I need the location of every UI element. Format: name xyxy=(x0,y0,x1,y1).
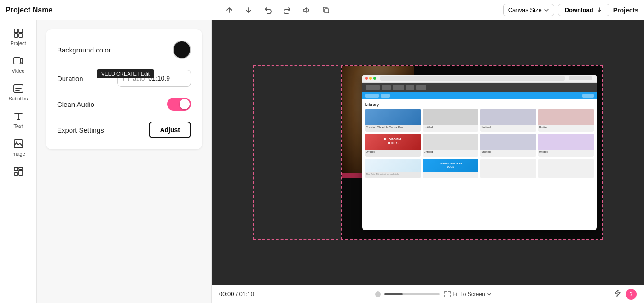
volume-button[interactable] xyxy=(300,4,313,16)
media-card-8: Untitled xyxy=(538,134,594,157)
subtitles-icon xyxy=(13,83,24,94)
media-card-9: The Only Thing that immediately... xyxy=(365,159,421,178)
panel-card: Background color Duration auto 01:10.9 C… xyxy=(46,29,202,149)
browser-toolbar xyxy=(362,92,597,99)
background-color-picker[interactable] xyxy=(173,41,191,59)
media-card-7: Untitled xyxy=(480,134,536,157)
svg-rect-0 xyxy=(325,9,329,13)
sidebar-item-more[interactable] xyxy=(3,162,34,182)
browser-titlebar xyxy=(362,75,597,83)
copy-button[interactable] xyxy=(319,4,333,16)
clean-audio-toggle[interactable] xyxy=(167,98,191,111)
video-frame[interactable]: Alvern Bullard xyxy=(341,65,603,240)
media-card-6: Untitled xyxy=(423,134,478,157)
card-thumb-9 xyxy=(365,159,421,172)
url-bar xyxy=(380,76,565,81)
lightning-button[interactable] xyxy=(613,289,622,300)
expand-dot xyxy=(373,77,376,80)
media-card-3: Untitled xyxy=(480,109,536,132)
browser-window: Library Creating Clickable Canva Pins...… xyxy=(362,75,597,230)
sidebar-item-project[interactable]: Project xyxy=(3,24,34,50)
media-card-10: TRANSCRIPTIONJOBS xyxy=(423,159,478,178)
video-icon xyxy=(13,55,24,66)
canvas-size-label: Canvas Size xyxy=(508,6,542,13)
sidebar-item-subtitles[interactable]: Subtitles xyxy=(3,79,34,105)
library-heading: Library xyxy=(365,102,594,107)
toggle-knob xyxy=(180,99,190,109)
card-label-8: Untitled xyxy=(538,150,594,154)
undo-button[interactable] xyxy=(261,4,275,16)
card-thumb-3 xyxy=(480,109,536,125)
canvas-viewport: Alvern Bullard xyxy=(212,20,644,285)
card-thumb-5: BLOGGINGTOOLS xyxy=(365,134,421,150)
card-label-9: The Only Thing that immediately... xyxy=(365,172,421,176)
sidebar-label-project: Project xyxy=(10,41,26,46)
fit-to-screen-button[interactable]: Fit To Screen xyxy=(444,291,491,297)
card-thumb-6 xyxy=(423,134,478,150)
adjust-button[interactable]: Adjust xyxy=(149,122,191,138)
zoom-controls: Fit To Screen xyxy=(375,291,491,297)
header-right: Canvas Size Download Projects xyxy=(503,4,638,16)
sidebar-item-text[interactable]: Text xyxy=(3,107,34,133)
header-controls xyxy=(222,4,333,16)
svg-rect-1 xyxy=(14,29,18,33)
card-thumb-2 xyxy=(423,109,478,125)
time-display: 00:00 / 01:10 xyxy=(219,291,254,297)
media-grid: Creating Clickable Canva Pins... Untitle… xyxy=(365,109,594,157)
zoom-track xyxy=(384,293,440,295)
browser-body: Library Creating Clickable Canva Pins...… xyxy=(362,99,597,229)
download-button[interactable]: Download xyxy=(558,4,609,16)
canvas-area: Alvern Bullard xyxy=(212,20,644,303)
media-card-5: BLOGGINGTOOLS Untitled xyxy=(365,134,421,157)
sidebar-item-image[interactable]: Image xyxy=(3,134,34,160)
card-thumb-10: TRANSCRIPTIONJOBS xyxy=(423,159,478,172)
grid-icon xyxy=(13,28,24,39)
nav-item-2 xyxy=(393,85,404,90)
export-settings-label: Export Settings xyxy=(57,126,104,134)
tab-area xyxy=(569,76,592,80)
card-label-2: Untitled xyxy=(423,125,478,129)
project-name[interactable]: Project Name xyxy=(6,6,52,14)
canvas-size-button[interactable]: Canvas Size xyxy=(503,4,554,16)
background-color-label: Background color xyxy=(57,46,111,54)
close-dot xyxy=(365,77,368,80)
media-card-2: Untitled xyxy=(423,109,478,132)
zoom-dot xyxy=(375,291,381,297)
sidebar-label-video: Video xyxy=(12,68,25,74)
svg-rect-11 xyxy=(19,167,23,169)
svg-rect-10 xyxy=(14,173,18,175)
time-total: 01:10 xyxy=(239,291,254,297)
nav-item-4 xyxy=(416,85,426,90)
card-label-5: Untitled xyxy=(365,150,421,154)
move-up-button[interactable] xyxy=(222,4,236,16)
move-down-button[interactable] xyxy=(242,4,255,16)
svg-rect-3 xyxy=(14,34,18,37)
media-card-4: Untitled xyxy=(538,109,594,132)
card-label-7: Untitled xyxy=(480,150,536,154)
sidebar: Project Video Subtitles Text xyxy=(0,20,37,303)
toolbar-item-1 xyxy=(365,94,379,98)
projects-button[interactable]: Projects xyxy=(613,6,638,14)
card-label-3: Untitled xyxy=(480,125,536,129)
download-label: Download xyxy=(565,6,593,13)
help-button[interactable]: ? xyxy=(626,289,637,300)
background-color-row: Background color xyxy=(57,41,191,59)
main-layout: Project Video Subtitles Text xyxy=(0,20,644,303)
media-card-12 xyxy=(538,159,594,178)
redo-button[interactable] xyxy=(280,4,294,16)
sidebar-label-subtitles: Subtitles xyxy=(8,96,28,101)
tooltip-bar: VEED CREATE | Edit xyxy=(97,69,154,78)
media-grid-2: The Only Thing that immediately... TRANS… xyxy=(365,159,594,178)
text-icon xyxy=(13,111,24,122)
sidebar-item-video[interactable]: Video xyxy=(3,52,34,77)
clean-audio-label: Clean Audio xyxy=(57,100,94,108)
card-thumb-1 xyxy=(365,109,421,125)
sidebar-label-text: Text xyxy=(13,123,23,129)
minimize-dot xyxy=(369,77,372,80)
card-thumb-7 xyxy=(480,134,536,150)
zoom-slider-wrap xyxy=(375,291,440,297)
nav-item-3 xyxy=(406,85,414,90)
svg-rect-9 xyxy=(14,167,18,171)
toolbar-item-3 xyxy=(582,94,594,98)
svg-rect-2 xyxy=(19,29,23,33)
